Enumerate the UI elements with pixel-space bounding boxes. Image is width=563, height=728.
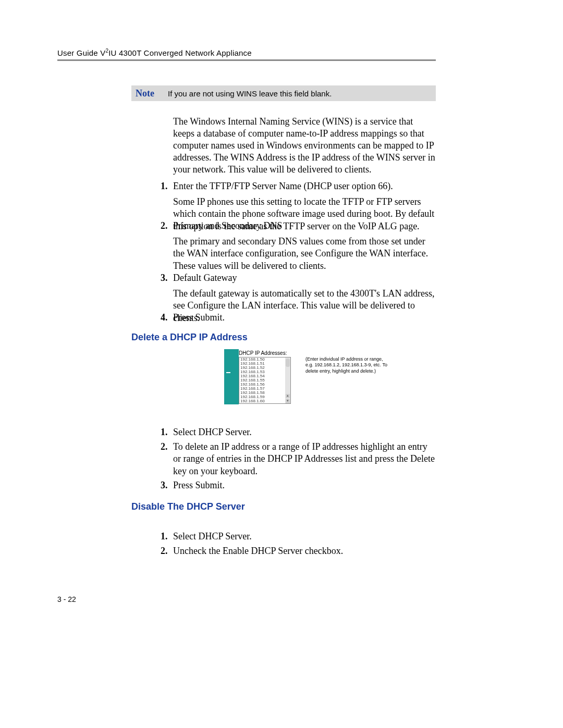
list-num: 1. [161,530,168,542]
list-num: 3. [161,479,168,491]
list-text: Primary and Secondary DNS [173,220,436,232]
list-text: To delete an IP address or a range of IP… [173,441,436,477]
note-text: If you are not using WINS leave this fie… [168,89,332,98]
header-title-post: IU 4300T Converged Network Appliance [108,48,252,57]
page-header: User Guide V2IU 4300T Converged Network … [57,48,252,57]
heading-disable-dhcp: Disable The DHCP Server [131,501,245,512]
list-num: 2. [161,545,168,557]
dhcp-ip-screenshot: DHCP IP Addresses: 192.168.1.50 192.168.… [224,349,391,404]
list-text: Press Submit. [173,479,436,491]
note-box: Note If you are not using WINS leave thi… [131,85,436,101]
note-label: Note [131,88,168,99]
header-title-pre: User Guide V [57,48,105,57]
list-text: Select DHCP Server. [173,426,436,438]
intro-paragraph: The Windows Internal Naming Service (WIN… [173,116,436,176]
heading-delete-dhcp: Delete a DHCP IP Address [131,332,248,343]
list-num: 4. [161,312,168,324]
list-text: Uncheck the Enable DHCP Server checkbox. [173,545,436,557]
list-num: 1. [161,180,168,192]
list-num: 2. [161,220,168,232]
dhcp-ip-hint: (Enter individual IP address or range, e… [301,349,389,404]
scroll-down-button[interactable]: ▾ [286,399,290,403]
scrollbar-thumb[interactable] [286,359,290,367]
minus-icon [226,372,230,373]
document-page: User Guide V2IU 4300T Converged Network … [0,0,563,728]
scrollbar[interactable]: ▴ ▾ [285,357,290,403]
list-num: 1. [161,426,168,438]
list-text: Select DHCP Server. [173,530,436,542]
list-text: Enter the TFTP/FTP Server Name (DHCP use… [173,180,436,192]
screenshot-sidebar [224,349,239,404]
list-text: Press Submit. [173,312,436,324]
list-num: 3. [161,272,168,284]
dhcp-ip-label: DHCP IP Addresses: [239,350,301,356]
screenshot-listbox-wrap: DHCP IP Addresses: 192.168.1.50 192.168.… [239,349,301,404]
page-number: 3 - 22 [57,595,76,603]
list-subtext: The primary and secondary DNS values com… [173,236,436,272]
list-num: 2. [161,441,168,453]
dhcp-ip-listbox[interactable]: 192.168.1.50 192.168.1.51 192.168.1.52 1… [239,357,291,404]
scroll-up-button[interactable]: ▴ [286,394,290,398]
list-text: Default Gateway [173,272,436,284]
header-divider [57,59,436,61]
ip-entry[interactable]: 192.168.1.60 [239,399,290,403]
